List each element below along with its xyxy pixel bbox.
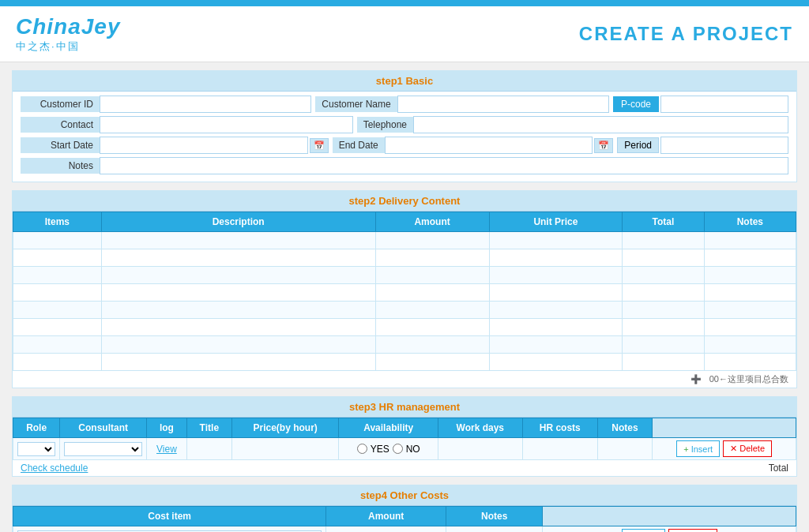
cost-delete-button[interactable]: Delete	[668, 529, 717, 532]
step2-header: step2 Delivery Content	[13, 191, 796, 212]
table-row	[13, 249, 796, 267]
cost-insert-button[interactable]: Insert	[622, 529, 665, 532]
col-consultant: Consultant	[60, 418, 147, 438]
logo-text: ChinaJey	[16, 14, 121, 39]
logo-sub: 中之杰·中国	[16, 39, 121, 54]
table-row	[13, 284, 796, 302]
pcode-button[interactable]: P-code	[613, 96, 659, 112]
cost-table: Cost item Amount Notes Insert	[13, 506, 796, 532]
contact-row: Contact Telephone	[21, 116, 788, 133]
contact-label: Contact	[21, 117, 100, 133]
step2-section: step2 Delivery Content Items Description…	[12, 190, 797, 388]
col-notes-hr: Notes	[597, 418, 652, 438]
col-notes-cost: Notes	[446, 507, 542, 526]
cost-header-row: Cost item Amount Notes	[13, 507, 796, 526]
delivery-footer: ➕ 00←这里项目总合数	[13, 371, 796, 388]
col-log: log	[147, 418, 187, 438]
step1-form: Customer ID Customer Name P-code Contact…	[13, 92, 796, 182]
check-schedule-link[interactable]: Check schedule	[21, 463, 88, 474]
main-content: step1 Basic Customer ID Customer Name P-…	[0, 62, 809, 532]
col-unit-price: Unit Price	[489, 212, 623, 232]
logo: ChinaJey 中之杰·中国	[16, 14, 121, 54]
step3-title-colored: HR management	[379, 401, 461, 413]
table-row	[13, 336, 796, 354]
col-amount-cost: Amount	[326, 507, 446, 526]
telephone-label: Telephone	[357, 117, 413, 133]
consultant-select[interactable]	[64, 442, 142, 456]
period-button[interactable]: Period	[617, 137, 659, 153]
col-role: Role	[13, 418, 60, 438]
pcode-input[interactable]	[660, 96, 788, 113]
col-items: Items	[13, 212, 102, 232]
delivery-table: Items Description Amount Unit Price Tota…	[13, 212, 796, 371]
col-availability: Availability	[339, 418, 438, 438]
notes-label: Notes	[21, 158, 100, 174]
hr-total-label: Total	[769, 463, 788, 474]
hr-delete-button[interactable]: Delete	[723, 440, 772, 457]
table-row	[13, 232, 796, 249]
step1-title-colored: Basic	[405, 75, 433, 87]
end-date-label: End Date	[333, 137, 385, 153]
step3-section: step3 HR management Role Consultant log …	[12, 396, 797, 477]
availability-group: YES NO	[343, 444, 433, 455]
step4-title-plain: step4	[360, 489, 387, 501]
step4-title-colored: Other Costs	[390, 489, 449, 501]
yes-radio[interactable]	[357, 444, 367, 454]
end-date-icon[interactable]: 📅	[594, 138, 613, 153]
table-row	[13, 319, 796, 336]
customer-name-input[interactable]	[397, 96, 609, 113]
col-price: Price(by hour)	[231, 418, 339, 438]
cost-row: Insert Delete	[13, 526, 796, 533]
delivery-total-text: 00←这里项目总合数	[709, 373, 788, 385]
hr-table: Role Consultant log Title Price(by hour)…	[13, 418, 796, 460]
col-description: Description	[101, 212, 375, 232]
step3-title-plain: step3	[349, 401, 376, 413]
role-select[interactable]	[17, 442, 55, 456]
telephone-input[interactable]	[413, 116, 788, 133]
add-icon[interactable]: ➕	[690, 374, 702, 384]
start-date-icon[interactable]: 📅	[310, 138, 329, 153]
step4-header: step4 Other Costs	[13, 485, 796, 506]
customer-name-label: Customer Name	[315, 96, 397, 112]
col-total: Total	[623, 212, 704, 232]
no-label: NO	[406, 444, 420, 455]
col-workdays: Work days	[438, 418, 522, 438]
no-radio[interactable]	[393, 444, 403, 454]
table-row	[13, 267, 796, 284]
date-row: Start Date 📅 End Date 📅 Period	[21, 137, 788, 154]
table-row	[13, 354, 796, 371]
hr-footer: Check schedule Total	[13, 460, 796, 476]
step2-title-colored: Delivery Content	[378, 195, 460, 207]
step2-title-plain: step2	[349, 195, 376, 207]
customer-id-label: Customer ID	[21, 96, 100, 112]
yes-label: YES	[371, 444, 389, 455]
end-date-input[interactable]	[385, 137, 593, 154]
step1-header: step1 Basic	[13, 71, 796, 92]
col-hrcosts: HR costs	[522, 418, 597, 438]
step4-section: step4 Other Costs Cost item Amount Notes	[12, 485, 797, 532]
hr-insert-button[interactable]: Insert	[676, 440, 720, 457]
start-date-input[interactable]	[100, 137, 308, 154]
start-date-label: Start Date	[21, 137, 100, 153]
col-actions	[653, 418, 796, 438]
step1-section: step1 Basic Customer ID Customer Name P-…	[12, 70, 797, 182]
hr-header-row: Role Consultant log Title Price(by hour)…	[13, 418, 796, 438]
step1-title-plain: step1	[376, 75, 403, 87]
col-actions-cost	[543, 507, 796, 526]
col-cost-item: Cost item	[13, 507, 326, 526]
table-row	[13, 302, 796, 319]
notes-input[interactable]	[100, 157, 788, 174]
page-title: CREATE A PROJECT	[579, 23, 793, 45]
header: ChinaJey 中之杰·中国 CREATE A PROJECT	[0, 6, 809, 62]
customer-row: Customer ID Customer Name P-code	[21, 96, 788, 113]
delivery-header-row: Items Description Amount Unit Price Tota…	[13, 212, 796, 232]
customer-id-input[interactable]	[100, 96, 311, 113]
period-input[interactable]	[660, 137, 788, 154]
view-link[interactable]: View	[156, 444, 177, 455]
step3-header: step3 HR management	[13, 397, 796, 418]
notes-row: Notes	[21, 157, 788, 174]
col-notes: Notes	[704, 212, 796, 232]
col-amount: Amount	[375, 212, 489, 232]
contact-input[interactable]	[100, 116, 353, 133]
hr-row: View YES NO	[13, 438, 796, 460]
